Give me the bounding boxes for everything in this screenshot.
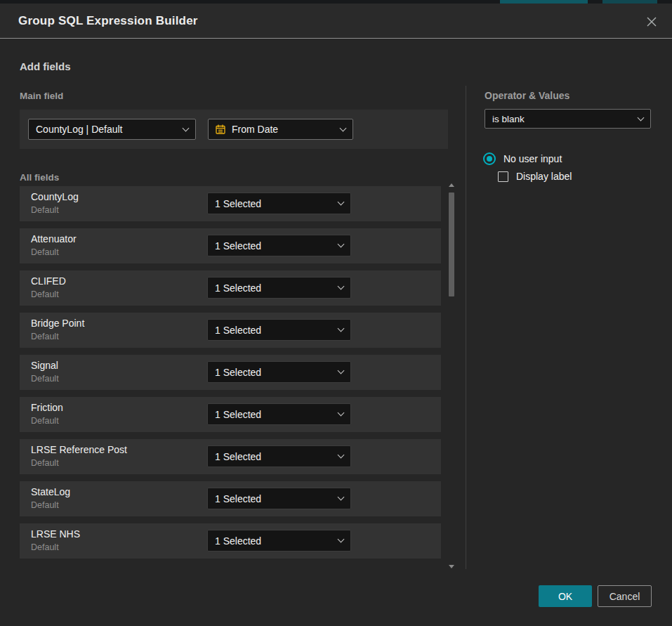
scroll-up-arrow-icon[interactable] [449, 183, 454, 187]
chevron-down-icon [338, 325, 345, 332]
main-field-box: CountyLog | Default From Date [20, 110, 448, 149]
checkbox-unchecked-icon [498, 171, 508, 182]
field-selected-value: 1 Selected [215, 451, 261, 462]
field-row: CLIFED Default 1 Selected [20, 270, 441, 306]
field-selected-dropdown[interactable]: 1 Selected [207, 277, 351, 299]
field-selected-dropdown[interactable]: 1 Selected [207, 193, 351, 214]
field-row: StateLog Default 1 Selected [20, 481, 441, 516]
calendar-icon [216, 124, 225, 134]
dialog-title: Group SQL Expression Builder [18, 14, 198, 28]
operator-values-heading: Operator & Values [485, 90, 569, 101]
chevron-down-icon [338, 283, 345, 290]
chevron-down-icon [338, 494, 345, 501]
all-fields-list: CountyLog Default 1 Selected Attenuator … [20, 186, 441, 566]
field-selected-value: 1 Selected [215, 493, 261, 504]
dialog-titlebar: Group SQL Expression Builder [0, 4, 672, 39]
chevron-down-icon [338, 410, 345, 417]
field-selected-value: 1 Selected [215, 535, 261, 547]
field-row: Signal Default 1 Selected [20, 355, 441, 390]
scrollbar-thumb[interactable] [449, 193, 454, 296]
field-row: CountyLog Default 1 Selected [20, 186, 441, 221]
ok-button[interactable]: OK [539, 585, 592, 607]
chevron-down-icon [338, 367, 345, 374]
chevron-down-icon [638, 114, 645, 121]
main-field-field-value: From Date [232, 124, 278, 135]
all-fields-label: All fields [20, 172, 59, 183]
field-selected-dropdown[interactable]: 1 Selected [207, 361, 351, 383]
display-label-label: Display label [516, 171, 572, 182]
field-selected-dropdown[interactable]: 1 Selected [207, 235, 351, 256]
field-selected-value: 1 Selected [215, 240, 261, 252]
close-button[interactable] [641, 11, 662, 32]
field-selected-value: 1 Selected [215, 409, 261, 420]
field-row: Bridge Point Default 1 Selected [20, 313, 441, 348]
operator-dropdown[interactable]: is blank [485, 109, 651, 129]
display-label-checkbox[interactable]: Display label [498, 171, 572, 182]
radio-dot [487, 156, 492, 162]
field-selected-value: 1 Selected [215, 367, 261, 378]
field-row: LRSE Reference Post Default 1 Selected [20, 439, 441, 474]
chevron-down-icon [340, 124, 347, 131]
field-selected-dropdown[interactable]: 1 Selected [207, 403, 351, 425]
main-field-source-dropdown[interactable]: CountyLog | Default [28, 119, 196, 140]
column-divider [466, 86, 466, 569]
scroll-down-arrow-icon[interactable] [449, 565, 454, 568]
add-fields-heading: Add fields [20, 60, 71, 72]
field-selected-value: 1 Selected [215, 198, 261, 209]
chevron-down-icon [338, 241, 345, 248]
no-user-input-radio[interactable]: No user input [483, 152, 562, 165]
field-selected-dropdown[interactable]: 1 Selected [207, 530, 351, 552]
chevron-down-icon [338, 199, 345, 206]
field-selected-value: 1 Selected [215, 282, 261, 294]
field-selected-value: 1 Selected [215, 325, 261, 336]
chevron-down-icon [183, 124, 190, 131]
field-row: Friction Default 1 Selected [20, 397, 441, 432]
chevron-down-icon [338, 536, 345, 543]
field-selected-dropdown[interactable]: 1 Selected [207, 319, 351, 341]
field-selected-dropdown[interactable]: 1 Selected [207, 488, 351, 509]
field-row: LRSE NHS Default 1 Selected [20, 523, 441, 559]
close-icon [646, 16, 657, 27]
no-user-input-label: No user input [503, 153, 562, 164]
cancel-button[interactable]: Cancel [598, 585, 652, 607]
chevron-down-icon [338, 452, 345, 459]
operator-value: is blank [492, 114, 525, 124]
main-field-label: Main field [20, 91, 63, 101]
main-field-field-dropdown[interactable]: From Date [208, 119, 353, 140]
field-row: Attenuator Default 1 Selected [20, 228, 441, 263]
radio-selected-icon [483, 152, 496, 165]
fields-scrollbar[interactable] [447, 181, 456, 570]
field-selected-dropdown[interactable]: 1 Selected [207, 445, 351, 467]
main-field-source-value: CountyLog | Default [36, 124, 123, 135]
